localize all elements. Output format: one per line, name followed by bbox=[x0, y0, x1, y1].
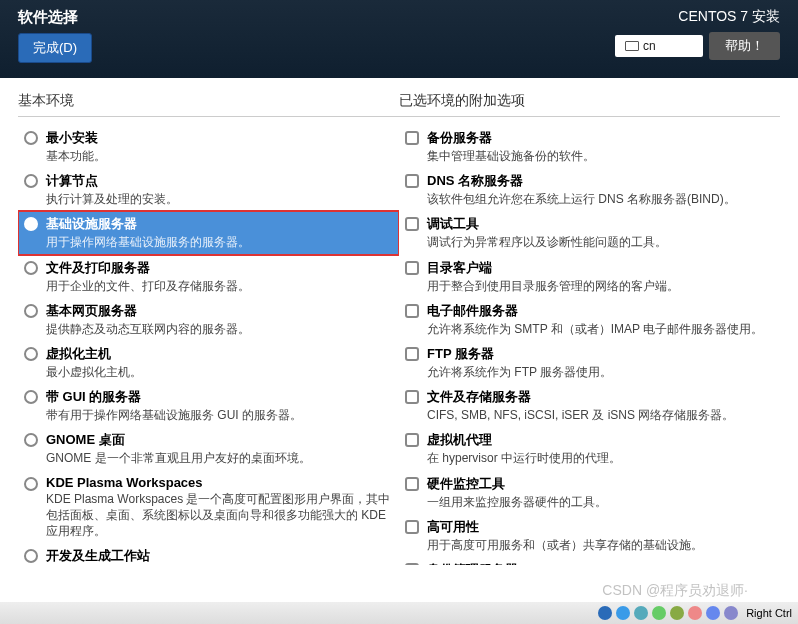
addon-desc: 允许将系统作为 SMTP 和（或者）IMAP 电子邮件服务器使用。 bbox=[427, 321, 774, 337]
radio-icon bbox=[24, 549, 38, 563]
radio-icon bbox=[24, 131, 38, 145]
addon-label: 高可用性 bbox=[427, 518, 774, 536]
addon-item[interactable]: 调试工具调试行为异常程序以及诊断性能问题的工具。 bbox=[399, 211, 780, 254]
radio-icon bbox=[24, 433, 38, 447]
addon-item[interactable]: 电子邮件服务器允许将系统作为 SMTP 和（或者）IMAP 电子邮件服务器使用。 bbox=[399, 298, 780, 341]
env-label: 开发及生成工作站 bbox=[46, 547, 393, 565]
checkbox-icon bbox=[405, 174, 419, 188]
host-key-indicator: Right Ctrl bbox=[746, 607, 792, 619]
env-label: 带 GUI 的服务器 bbox=[46, 388, 393, 406]
environment-list: 最小安装基本功能。计算节点执行计算及处理的安装。基础设施服务器用于操作网络基础设… bbox=[18, 125, 399, 565]
addon-desc: 用于高度可用服务和（或者）共享存储的基础设施。 bbox=[427, 537, 774, 553]
keyboard-icon bbox=[625, 41, 639, 51]
radio-icon bbox=[24, 477, 38, 491]
env-desc: 用于操作网络基础设施服务的服务器。 bbox=[46, 234, 393, 250]
env-desc: 执行计算及处理的安装。 bbox=[46, 191, 393, 207]
header-right: CENTOS 7 安装 cn 帮助！ bbox=[615, 8, 780, 60]
addons-heading: 已选环境的附加选项 bbox=[399, 92, 780, 117]
env-item[interactable]: 基础设施服务器用于操作网络基础设施服务的服务器。 bbox=[18, 211, 399, 254]
addon-label: 身份管理服务器 bbox=[427, 561, 774, 565]
env-item[interactable]: 开发及生成工作站用于软件、硬件、图形或者内容开发的工作站。 bbox=[18, 543, 399, 565]
addon-label: 电子邮件服务器 bbox=[427, 302, 774, 320]
checkbox-icon bbox=[405, 563, 419, 565]
env-desc: KDE Plasma Workspaces 是一个高度可配置图形用户界面，其中包… bbox=[46, 491, 393, 540]
env-label: KDE Plasma Workspaces bbox=[46, 475, 393, 490]
addon-item[interactable]: 虚拟机代理在 hypervisor 中运行时使用的代理。 bbox=[399, 427, 780, 470]
tray-icon[interactable] bbox=[724, 606, 738, 620]
env-label: 虚拟化主机 bbox=[46, 345, 393, 363]
env-desc: 基本功能。 bbox=[46, 148, 393, 164]
tray-icon[interactable] bbox=[598, 606, 612, 620]
addon-item[interactable]: 高可用性用于高度可用服务和（或者）共享存储的基础设施。 bbox=[399, 514, 780, 557]
checkbox-icon bbox=[405, 261, 419, 275]
checkbox-icon bbox=[405, 347, 419, 361]
env-item[interactable]: 虚拟化主机最小虚拟化主机。 bbox=[18, 341, 399, 384]
addon-desc: 允许将系统作为 FTP 服务器使用。 bbox=[427, 364, 774, 380]
tray-icon[interactable] bbox=[652, 606, 666, 620]
install-label: CENTOS 7 安装 bbox=[615, 8, 780, 26]
addon-label: DNS 名称服务器 bbox=[427, 172, 774, 190]
env-item[interactable]: 计算节点执行计算及处理的安装。 bbox=[18, 168, 399, 211]
tray-icon[interactable] bbox=[634, 606, 648, 620]
tray-icon[interactable] bbox=[688, 606, 702, 620]
radio-icon bbox=[24, 174, 38, 188]
addon-item[interactable]: FTP 服务器允许将系统作为 FTP 服务器使用。 bbox=[399, 341, 780, 384]
watermark: CSDN @程序员劝退师· bbox=[602, 582, 748, 600]
radio-icon bbox=[24, 261, 38, 275]
addon-label: 虚拟机代理 bbox=[427, 431, 774, 449]
checkbox-icon bbox=[405, 433, 419, 447]
checkbox-icon bbox=[405, 477, 419, 491]
tray-icon[interactable] bbox=[616, 606, 630, 620]
addon-label: FTP 服务器 bbox=[427, 345, 774, 363]
addon-label: 文件及存储服务器 bbox=[427, 388, 774, 406]
addon-label: 目录客户端 bbox=[427, 259, 774, 277]
env-item[interactable]: GNOME 桌面GNOME 是一个非常直观且用户友好的桌面环境。 bbox=[18, 427, 399, 470]
addon-item[interactable]: 硬件监控工具一组用来监控服务器硬件的工具。 bbox=[399, 471, 780, 514]
env-item[interactable]: 最小安装基本功能。 bbox=[18, 125, 399, 168]
env-label: 基础设施服务器 bbox=[46, 215, 393, 233]
addon-label: 调试工具 bbox=[427, 215, 774, 233]
env-desc: 最小虚拟化主机。 bbox=[46, 364, 393, 380]
env-item[interactable]: 基本网页服务器提供静态及动态互联网内容的服务器。 bbox=[18, 298, 399, 341]
env-item[interactable]: KDE Plasma WorkspacesKDE Plasma Workspac… bbox=[18, 471, 399, 544]
env-label: 最小安装 bbox=[46, 129, 393, 147]
keyboard-layout-selector[interactable]: cn bbox=[615, 35, 703, 57]
env-desc: GNOME 是一个非常直观且用户友好的桌面环境。 bbox=[46, 450, 393, 466]
help-button[interactable]: 帮助！ bbox=[709, 32, 780, 60]
addon-desc: 该软件包组允许您在系统上运行 DNS 名称服务器(BIND)。 bbox=[427, 191, 774, 207]
radio-icon bbox=[24, 390, 38, 404]
env-item[interactable]: 带 GUI 的服务器带有用于操作网络基础设施服务 GUI 的服务器。 bbox=[18, 384, 399, 427]
env-item[interactable]: 文件及打印服务器用于企业的文件、打印及存储服务器。 bbox=[18, 255, 399, 298]
checkbox-icon bbox=[405, 390, 419, 404]
environment-heading: 基本环境 bbox=[18, 92, 399, 117]
env-label: 基本网页服务器 bbox=[46, 302, 393, 320]
addon-desc: 集中管理基础设施备份的软件。 bbox=[427, 148, 774, 164]
addon-desc: CIFS, SMB, NFS, iSCSI, iSER 及 iSNS 网络存储服… bbox=[427, 407, 774, 423]
env-desc: 用于企业的文件、打印及存储服务器。 bbox=[46, 278, 393, 294]
addon-item[interactable]: 备份服务器集中管理基础设施备份的软件。 bbox=[399, 125, 780, 168]
top-bar: 软件选择 完成(D) CENTOS 7 安装 cn 帮助！ bbox=[0, 0, 798, 78]
env-desc: 带有用于操作网络基础设施服务 GUI 的服务器。 bbox=[46, 407, 393, 423]
tray-icon[interactable] bbox=[670, 606, 684, 620]
env-desc: 提供静态及动态互联网内容的服务器。 bbox=[46, 321, 393, 337]
checkbox-icon bbox=[405, 304, 419, 318]
checkbox-icon bbox=[405, 131, 419, 145]
addon-label: 硬件监控工具 bbox=[427, 475, 774, 493]
vm-taskbar: Right Ctrl bbox=[0, 602, 798, 624]
tray-icon[interactable] bbox=[706, 606, 720, 620]
addon-desc: 一组用来监控服务器硬件的工具。 bbox=[427, 494, 774, 510]
addon-item[interactable]: 文件及存储服务器CIFS, SMB, NFS, iSCSI, iSER 及 iS… bbox=[399, 384, 780, 427]
addon-item[interactable]: 目录客户端用于整合到使用目录服务管理的网络的客户端。 bbox=[399, 255, 780, 298]
addon-item[interactable]: DNS 名称服务器该软件包组允许您在系统上运行 DNS 名称服务器(BIND)。 bbox=[399, 168, 780, 211]
addons-list: 备份服务器集中管理基础设施备份的软件。DNS 名称服务器该软件包组允许您在系统上… bbox=[399, 125, 780, 565]
environment-column: 基本环境 最小安装基本功能。计算节点执行计算及处理的安装。基础设施服务器用于操作… bbox=[18, 78, 399, 578]
addon-label: 备份服务器 bbox=[427, 129, 774, 147]
radio-icon bbox=[24, 304, 38, 318]
done-button[interactable]: 完成(D) bbox=[18, 33, 92, 63]
keyboard-layout-label: cn bbox=[643, 39, 656, 53]
addon-desc: 用于整合到使用目录服务管理的网络的客户端。 bbox=[427, 278, 774, 294]
radio-icon bbox=[24, 217, 38, 231]
addon-desc: 调试行为异常程序以及诊断性能问题的工具。 bbox=[427, 234, 774, 250]
addon-desc: 在 hypervisor 中运行时使用的代理。 bbox=[427, 450, 774, 466]
addon-item[interactable]: 身份管理服务器用户、服务器和认证策略的集中管理。 bbox=[399, 557, 780, 565]
